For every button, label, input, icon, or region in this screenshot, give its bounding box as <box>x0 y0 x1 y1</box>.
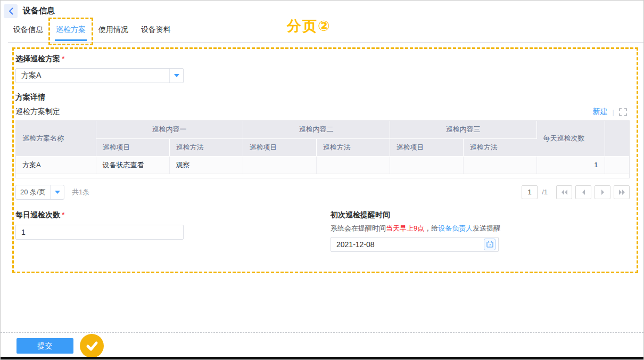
plan-table-title: 巡检方案制定 <box>15 107 60 117</box>
cell-method-2 <box>316 156 390 174</box>
new-button[interactable]: 新建 <box>593 107 608 117</box>
chevron-left-icon <box>582 190 585 195</box>
col-group-content-3: 巡检内容三 <box>390 121 536 138</box>
svg-text:7: 7 <box>489 243 491 247</box>
col-extra <box>605 121 629 156</box>
tab-label: 设备信息 <box>13 25 43 34</box>
active-tab-underline <box>55 39 87 41</box>
col-method-3: 巡检方法 <box>463 138 536 156</box>
plan-table-toolbar: 巡检方案制定 新建 | <box>15 107 627 117</box>
tab-label: 使用情况 <box>98 25 128 34</box>
col-item-1: 巡检项目 <box>96 138 169 156</box>
page-annotation: 分页② <box>287 17 331 36</box>
device-info-page: 设备信息 设备信息 巡检方案 使用情况 设备资料 分页② 选择巡检方案* 方案A… <box>0 0 644 360</box>
back-button[interactable] <box>4 4 18 18</box>
tab-inspection-plan[interactable]: 巡检方案 <box>55 21 87 41</box>
chevron-right-icon <box>601 190 605 195</box>
remind-hint: 系统会在提醒时间当天早上9点，给设备负责人发送提醒 <box>331 224 500 233</box>
page-total-text: /1 <box>542 188 548 196</box>
tab-label: 巡检方案 <box>56 25 86 34</box>
plan-table-wrapper: 巡检方案名称 巡检内容一 巡检内容二 巡检内容三 每天巡检次数 巡检项目 巡检方… <box>15 120 630 178</box>
required-mark: * <box>62 210 64 219</box>
submit-button[interactable]: 提交 <box>16 338 73 354</box>
first-page-button[interactable] <box>556 185 572 199</box>
bottom-edge-bar <box>1 357 643 359</box>
col-item-3: 巡检项目 <box>390 138 463 156</box>
page-title: 设备信息 <box>23 6 55 16</box>
plan-detail-title: 方案详情 <box>15 93 627 102</box>
last-page-button[interactable] <box>614 185 630 199</box>
pagination: 20 条/页 共1条 /1 <box>15 185 630 200</box>
toolbar-divider: | <box>613 108 614 116</box>
cell-method-1: 观察 <box>169 156 243 174</box>
chevron-left-icon <box>9 7 13 15</box>
remind-date-value: 2021-12-08 <box>331 240 484 249</box>
col-group-content-2: 巡检内容二 <box>243 121 390 138</box>
cell-daily-count: 1 <box>536 156 605 174</box>
remind-date-picker[interactable]: 2021-12-08 7 <box>331 237 499 252</box>
col-method-2: 巡检方法 <box>316 138 390 156</box>
cell-method-3 <box>463 156 536 174</box>
lower-form: 每日巡检次数* 初次巡检提醒时间 系统会在提醒时间当天早上9点，给设备负责人发送… <box>15 208 627 252</box>
page-size-value: 20 条/页 <box>16 187 50 197</box>
prev-page-button[interactable] <box>575 185 591 199</box>
next-page-button[interactable] <box>595 185 610 199</box>
daily-count-label: 每日巡检次数* <box>15 210 331 220</box>
cell-plan-name: 方案A <box>16 156 96 174</box>
col-method-1: 巡检方法 <box>169 138 243 156</box>
table-row[interactable]: 方案A 设备状态查看 观察 1 <box>16 156 629 174</box>
calendar-icon[interactable]: 7 <box>484 239 496 250</box>
highlighted-region: 选择巡检方案* 方案A 方案详情 巡检方案制定 新建 | <box>12 47 638 273</box>
plan-table: 巡检方案名称 巡检内容一 巡检内容二 巡检内容三 每天巡检次数 巡检项目 巡检方… <box>16 121 629 174</box>
col-item-2: 巡检项目 <box>243 138 316 156</box>
col-daily-count: 每天巡检次数 <box>536 121 605 156</box>
plan-select[interactable]: 方案A <box>15 68 184 83</box>
calendar-glyph: 7 <box>486 241 493 248</box>
check-annotation <box>80 334 104 358</box>
cell-item-1: 设备状态查看 <box>96 156 169 174</box>
footer: 提交 <box>1 332 643 357</box>
plan-select-arrow[interactable] <box>169 69 183 83</box>
page-number-input[interactable] <box>522 185 538 199</box>
select-plan-label: 选择巡检方案* <box>15 54 627 64</box>
fullscreen-icon[interactable] <box>619 108 627 116</box>
hint-time-highlight: 当天早上9点 <box>386 224 424 232</box>
col-group-content-1: 巡检内容一 <box>96 121 243 138</box>
tab-usage[interactable]: 使用情况 <box>97 21 129 41</box>
required-mark: * <box>62 54 64 63</box>
hint-person-highlight: 设备负责人 <box>438 224 473 232</box>
col-plan-name: 巡检方案名称 <box>16 121 96 156</box>
first-remind-label: 初次巡检提醒时间 <box>331 210 500 220</box>
tab-device-docs[interactable]: 设备资料 <box>140 21 172 41</box>
check-icon <box>86 341 98 351</box>
table-group-header-row: 巡检方案名称 巡检内容一 巡检内容二 巡检内容三 每天巡检次数 <box>16 121 629 138</box>
tab-label: 设备资料 <box>141 25 171 34</box>
cell-extra <box>605 156 629 174</box>
caret-down-icon <box>174 74 179 77</box>
total-count-text: 共1条 <box>72 187 89 197</box>
page-size-arrow[interactable] <box>50 185 64 199</box>
caret-down-icon <box>55 191 60 194</box>
page-size-select[interactable]: 20 条/页 <box>15 185 64 200</box>
tab-device-info[interactable]: 设备信息 <box>12 21 44 41</box>
plan-select-value: 方案A <box>16 71 169 80</box>
daily-count-input[interactable] <box>15 225 184 240</box>
cell-item-2 <box>243 156 316 174</box>
cell-item-3 <box>390 156 463 174</box>
double-chevron-left-icon <box>561 190 568 195</box>
double-chevron-right-icon <box>618 190 625 195</box>
